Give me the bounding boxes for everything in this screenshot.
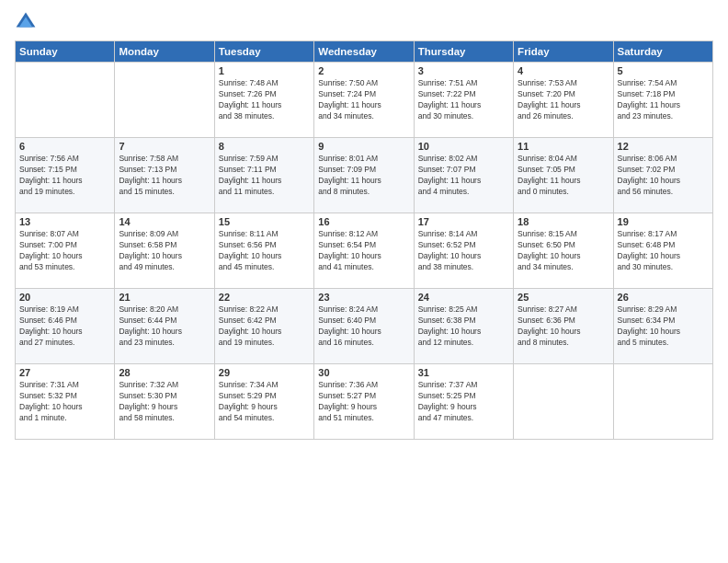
- col-header-monday: Monday: [115, 41, 214, 63]
- day-cell: [514, 364, 613, 440]
- day-cell: 13Sunrise: 8:07 AM Sunset: 7:00 PM Dayli…: [16, 213, 115, 289]
- day-info: Sunrise: 8:24 AM Sunset: 6:40 PM Dayligh…: [318, 304, 409, 349]
- day-number: 16: [318, 216, 409, 227]
- day-number: 23: [318, 292, 409, 303]
- day-info: Sunrise: 8:01 AM Sunset: 7:09 PM Dayligh…: [318, 154, 409, 198]
- day-cell: 26Sunrise: 8:29 AM Sunset: 6:34 PM Dayli…: [613, 289, 712, 364]
- day-info: Sunrise: 8:27 AM Sunset: 6:36 PM Dayligh…: [518, 304, 609, 349]
- day-cell: 18Sunrise: 8:15 AM Sunset: 6:50 PM Dayli…: [514, 213, 613, 289]
- day-cell: 25Sunrise: 8:27 AM Sunset: 6:36 PM Dayli…: [514, 289, 613, 364]
- day-number: 13: [19, 216, 110, 227]
- day-number: 11: [518, 141, 609, 152]
- day-cell: 22Sunrise: 8:22 AM Sunset: 6:42 PM Dayli…: [214, 289, 313, 364]
- day-number: 10: [418, 141, 509, 152]
- col-header-sunday: Sunday: [16, 41, 115, 63]
- day-cell: 29Sunrise: 7:34 AM Sunset: 5:29 PM Dayli…: [214, 364, 313, 440]
- day-cell: 23Sunrise: 8:24 AM Sunset: 6:40 PM Dayli…: [314, 289, 414, 364]
- page: SundayMondayTuesdayWednesdayThursdayFrid…: [0, 0, 728, 563]
- day-info: Sunrise: 8:14 AM Sunset: 6:52 PM Dayligh…: [418, 229, 509, 273]
- logo-icon: [15, 11, 37, 33]
- week-row-1: 1Sunrise: 7:48 AM Sunset: 7:26 PM Daylig…: [16, 63, 713, 138]
- day-number: 6: [19, 141, 110, 152]
- day-number: 1: [219, 65, 310, 76]
- logo: [15, 11, 40, 33]
- week-row-2: 6Sunrise: 7:56 AM Sunset: 7:15 PM Daylig…: [16, 138, 713, 213]
- day-cell: 19Sunrise: 8:17 AM Sunset: 6:48 PM Dayli…: [613, 213, 712, 289]
- day-cell: 12Sunrise: 8:06 AM Sunset: 7:02 PM Dayli…: [613, 138, 712, 213]
- week-row-4: 20Sunrise: 8:19 AM Sunset: 6:46 PM Dayli…: [16, 289, 713, 364]
- col-header-tuesday: Tuesday: [214, 41, 313, 63]
- day-info: Sunrise: 7:31 AM Sunset: 5:32 PM Dayligh…: [19, 380, 110, 424]
- day-cell: 10Sunrise: 8:02 AM Sunset: 7:07 PM Dayli…: [414, 138, 513, 213]
- day-info: Sunrise: 8:20 AM Sunset: 6:44 PM Dayligh…: [119, 304, 210, 349]
- day-info: Sunrise: 7:37 AM Sunset: 5:25 PM Dayligh…: [418, 380, 509, 424]
- day-cell: [16, 63, 115, 138]
- day-info: Sunrise: 7:54 AM Sunset: 7:18 PM Dayligh…: [618, 78, 709, 122]
- day-cell: 3Sunrise: 7:51 AM Sunset: 7:22 PM Daylig…: [414, 63, 513, 138]
- day-info: Sunrise: 8:11 AM Sunset: 6:56 PM Dayligh…: [219, 229, 310, 273]
- day-cell: 28Sunrise: 7:32 AM Sunset: 5:30 PM Dayli…: [115, 364, 214, 440]
- day-cell: 20Sunrise: 8:19 AM Sunset: 6:46 PM Dayli…: [16, 289, 115, 364]
- col-header-thursday: Thursday: [414, 41, 513, 63]
- day-number: 5: [618, 65, 709, 76]
- day-cell: 6Sunrise: 7:56 AM Sunset: 7:15 PM Daylig…: [16, 138, 115, 213]
- col-header-saturday: Saturday: [613, 41, 712, 63]
- day-info: Sunrise: 8:17 AM Sunset: 6:48 PM Dayligh…: [618, 229, 709, 273]
- day-cell: 4Sunrise: 7:53 AM Sunset: 7:20 PM Daylig…: [514, 63, 613, 138]
- day-number: 4: [518, 65, 609, 76]
- day-number: 9: [318, 141, 409, 152]
- day-cell: 1Sunrise: 7:48 AM Sunset: 7:26 PM Daylig…: [214, 63, 313, 138]
- day-cell: 17Sunrise: 8:14 AM Sunset: 6:52 PM Dayli…: [414, 213, 513, 289]
- day-cell: 31Sunrise: 7:37 AM Sunset: 5:25 PM Dayli…: [414, 364, 513, 440]
- day-cell: 16Sunrise: 8:12 AM Sunset: 6:54 PM Dayli…: [314, 213, 414, 289]
- day-number: 20: [19, 292, 110, 303]
- day-info: Sunrise: 8:15 AM Sunset: 6:50 PM Dayligh…: [518, 229, 609, 273]
- day-info: Sunrise: 7:51 AM Sunset: 7:22 PM Dayligh…: [418, 78, 509, 122]
- day-number: 26: [618, 292, 709, 303]
- day-info: Sunrise: 7:32 AM Sunset: 5:30 PM Dayligh…: [119, 380, 210, 424]
- day-number: 18: [518, 216, 609, 227]
- day-cell: 14Sunrise: 8:09 AM Sunset: 6:58 PM Dayli…: [115, 213, 214, 289]
- day-info: Sunrise: 8:25 AM Sunset: 6:38 PM Dayligh…: [418, 304, 509, 349]
- day-info: Sunrise: 7:48 AM Sunset: 7:26 PM Dayligh…: [219, 78, 310, 122]
- day-cell: 11Sunrise: 8:04 AM Sunset: 7:05 PM Dayli…: [514, 138, 613, 213]
- day-number: 30: [318, 367, 409, 378]
- day-number: 28: [119, 367, 210, 378]
- day-number: 8: [219, 141, 310, 152]
- week-row-5: 27Sunrise: 7:31 AM Sunset: 5:32 PM Dayli…: [16, 364, 713, 440]
- day-info: Sunrise: 8:07 AM Sunset: 7:00 PM Dayligh…: [19, 229, 110, 273]
- day-info: Sunrise: 8:06 AM Sunset: 7:02 PM Dayligh…: [618, 154, 709, 198]
- day-info: Sunrise: 8:02 AM Sunset: 7:07 PM Dayligh…: [418, 154, 509, 198]
- day-cell: 5Sunrise: 7:54 AM Sunset: 7:18 PM Daylig…: [613, 63, 712, 138]
- day-cell: 15Sunrise: 8:11 AM Sunset: 6:56 PM Dayli…: [214, 213, 313, 289]
- day-number: 31: [418, 367, 509, 378]
- header: [15, 11, 713, 33]
- day-cell: 24Sunrise: 8:25 AM Sunset: 6:38 PM Dayli…: [414, 289, 513, 364]
- day-info: Sunrise: 8:22 AM Sunset: 6:42 PM Dayligh…: [219, 304, 310, 349]
- day-cell: 2Sunrise: 7:50 AM Sunset: 7:24 PM Daylig…: [314, 63, 414, 138]
- day-info: Sunrise: 7:50 AM Sunset: 7:24 PM Dayligh…: [318, 78, 409, 122]
- day-info: Sunrise: 8:09 AM Sunset: 6:58 PM Dayligh…: [119, 229, 210, 273]
- day-number: 27: [19, 367, 110, 378]
- day-cell: 8Sunrise: 7:59 AM Sunset: 7:11 PM Daylig…: [214, 138, 313, 213]
- day-number: 24: [418, 292, 509, 303]
- day-number: 29: [219, 367, 310, 378]
- day-info: Sunrise: 7:36 AM Sunset: 5:27 PM Dayligh…: [318, 380, 409, 424]
- day-number: 17: [418, 216, 509, 227]
- day-number: 21: [119, 292, 210, 303]
- day-number: 19: [618, 216, 709, 227]
- day-number: 14: [119, 216, 210, 227]
- day-number: 25: [518, 292, 609, 303]
- day-number: 15: [219, 216, 310, 227]
- day-number: 3: [418, 65, 509, 76]
- calendar-table: SundayMondayTuesdayWednesdayThursdayFrid…: [15, 40, 713, 440]
- day-info: Sunrise: 7:56 AM Sunset: 7:15 PM Dayligh…: [19, 154, 110, 198]
- day-cell: [613, 364, 712, 440]
- day-cell: 30Sunrise: 7:36 AM Sunset: 5:27 PM Dayli…: [314, 364, 414, 440]
- day-info: Sunrise: 7:34 AM Sunset: 5:29 PM Dayligh…: [219, 380, 310, 424]
- week-row-3: 13Sunrise: 8:07 AM Sunset: 7:00 PM Dayli…: [16, 213, 713, 289]
- day-number: 7: [119, 141, 210, 152]
- day-info: Sunrise: 8:04 AM Sunset: 7:05 PM Dayligh…: [518, 154, 609, 198]
- day-cell: 9Sunrise: 8:01 AM Sunset: 7:09 PM Daylig…: [314, 138, 414, 213]
- col-header-wednesday: Wednesday: [314, 41, 414, 63]
